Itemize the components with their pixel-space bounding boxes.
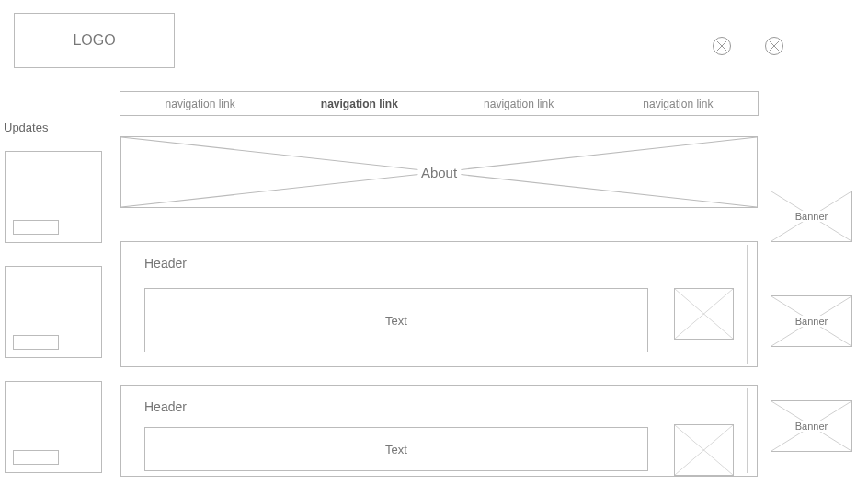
card-image-placeholder bbox=[674, 288, 734, 340]
nav-link-2[interactable]: navigation link bbox=[440, 92, 599, 115]
nav-link-1[interactable]: navigation link bbox=[280, 92, 439, 115]
banner-label: Banner bbox=[794, 421, 829, 432]
logo: LOGO bbox=[14, 13, 175, 68]
content-card-0: Header Text bbox=[120, 241, 758, 367]
updates-title: Updates bbox=[4, 121, 48, 134]
scrollbar[interactable] bbox=[747, 245, 754, 364]
banner-0[interactable]: Banner bbox=[771, 191, 852, 242]
close-icon-2[interactable] bbox=[765, 37, 783, 55]
hero-about: About bbox=[120, 136, 758, 208]
card-image-placeholder bbox=[674, 424, 734, 476]
banner-label: Banner bbox=[794, 211, 829, 222]
banner-1[interactable]: Banner bbox=[771, 295, 852, 347]
update-card-button[interactable] bbox=[13, 335, 59, 350]
update-card-2[interactable] bbox=[5, 381, 102, 473]
banner-label: Banner bbox=[794, 316, 829, 327]
banner-2[interactable]: Banner bbox=[771, 400, 852, 452]
scrollbar[interactable] bbox=[747, 388, 754, 473]
update-card-button[interactable] bbox=[13, 220, 59, 235]
update-card-button[interactable] bbox=[13, 450, 59, 465]
logo-text: LOGO bbox=[73, 32, 115, 49]
card-header: Header bbox=[144, 399, 187, 414]
card-text: Text bbox=[144, 427, 648, 471]
close-icon-1[interactable] bbox=[713, 37, 731, 55]
hero-label: About bbox=[417, 165, 461, 180]
update-card-1[interactable] bbox=[5, 266, 102, 358]
content-card-1: Header Text bbox=[120, 385, 758, 477]
nav-link-3[interactable]: navigation link bbox=[599, 92, 758, 115]
nav-link-0[interactable]: navigation link bbox=[120, 92, 280, 115]
nav-bar: navigation link navigation link navigati… bbox=[120, 91, 759, 116]
update-card-0[interactable] bbox=[5, 151, 102, 243]
card-header: Header bbox=[144, 256, 187, 271]
card-text: Text bbox=[144, 288, 648, 352]
